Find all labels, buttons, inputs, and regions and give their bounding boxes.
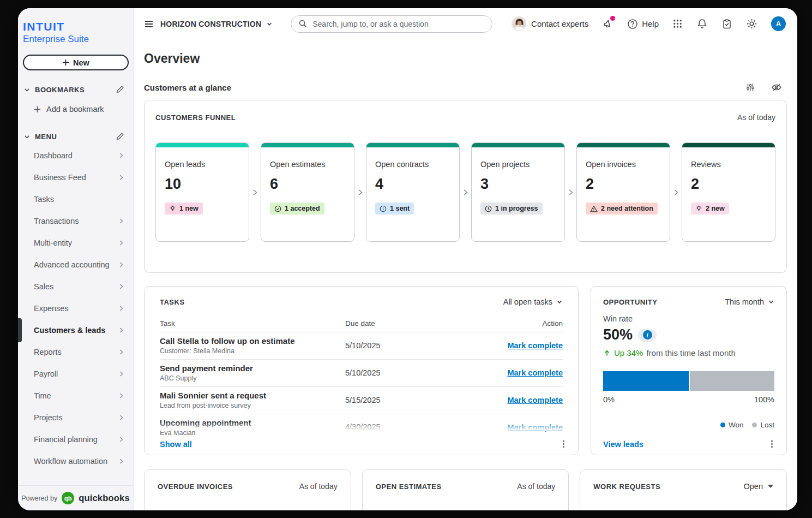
task-row[interactable]: Upcoming appointmentEva Macian 4/30/2025… (160, 414, 563, 436)
notifications-bell-icon[interactable] (696, 18, 708, 29)
mark-complete-link[interactable]: Mark complete (507, 396, 563, 404)
opportunity-filter-dropdown[interactable]: This month (725, 297, 774, 306)
tasks-card: TASKS All open tasks Task Due date Actio… (144, 286, 579, 455)
status-badge: 1 accepted (270, 203, 324, 215)
chevron-down-icon (23, 86, 31, 93)
funnel-cards: Open leads 10 1 new Open estimates 6 (155, 142, 775, 242)
contact-experts-button[interactable]: Contact experts (512, 16, 588, 31)
announcements-icon[interactable] (602, 18, 613, 29)
opportunity-card: OPPORTUNITY This month Win rate 50% i Up (591, 286, 787, 455)
sidebar: INTUIT Enterprise Suite New BOOKMARKS Ad… (18, 8, 134, 510)
funnel-card-open-projects[interactable]: Open projects 3 1 in progress (471, 142, 565, 242)
sidebar-item-tasks[interactable]: Tasks (18, 188, 133, 210)
topbar: HORIZON CONSTRUCTION Contact experts (134, 8, 797, 39)
plus-icon (62, 59, 69, 66)
sidebar-item-multi-entity[interactable]: Multi-entity (18, 232, 133, 254)
chevron-down-icon (266, 21, 273, 27)
sidebar-item-payroll[interactable]: Payroll (18, 363, 133, 385)
info-circle-icon (380, 205, 387, 212)
question-circle-icon (627, 19, 638, 29)
sidebar-item-financial-planning[interactable]: Financial planning (18, 428, 133, 450)
task-row[interactable]: Send payment reminderABC Supply 5/10/202… (160, 359, 563, 386)
user-avatar[interactable]: A (771, 16, 786, 31)
main-area: HORIZON CONSTRUCTION Contact experts (134, 8, 797, 510)
app-window: INTUIT Enterprise Suite New BOOKMARKS Ad… (18, 8, 797, 510)
sidebar-item-workflow-automation[interactable]: Workflow automation (18, 450, 133, 472)
apps-grid-icon[interactable] (672, 19, 683, 29)
notification-dot (610, 16, 615, 21)
chevron-right-icon (117, 457, 125, 465)
global-search[interactable] (291, 15, 492, 33)
tasks-title: TASKS (160, 298, 185, 306)
intuit-logo: INTUIT (23, 20, 128, 33)
sidebar-item-customers-leads[interactable]: Customers & leads (18, 319, 133, 341)
mark-complete-link[interactable]: Mark complete (507, 368, 563, 377)
hamburger-menu-icon[interactable] (143, 19, 154, 29)
chevron-down-icon (556, 299, 563, 305)
sidebar-item-transactions[interactable]: Transactions (18, 210, 133, 232)
lightbulb-icon (169, 205, 176, 212)
topbar-actions: Contact experts Help A (512, 16, 786, 31)
funnel-card-reviews[interactable]: Reviews 2 2 new (682, 142, 775, 242)
sidebar-item-reports[interactable]: Reports (18, 341, 133, 363)
edit-menu-icon[interactable] (116, 132, 124, 141)
tasks-filter-dropdown[interactable]: All open tasks (503, 297, 563, 306)
search-icon (298, 19, 308, 28)
chevron-down-icon (23, 133, 31, 140)
sidebar-item-time[interactable]: Time (18, 385, 133, 407)
lost-dot-icon (752, 422, 757, 427)
funnel-card-open-invoices[interactable]: Open invoices 2 2 need attention (576, 142, 670, 242)
chevron-down-icon (768, 299, 774, 305)
chevron-right-icon (117, 174, 125, 181)
sidebar-item-sales[interactable]: Sales (18, 276, 133, 297)
kebab-menu-icon[interactable] (767, 439, 777, 449)
status-badge: 1 sent (375, 203, 414, 215)
show-all-link[interactable]: Show all (160, 440, 192, 449)
customize-sliders-icon[interactable] (745, 82, 755, 92)
status-badge: 1 in progress (480, 203, 543, 215)
funnel-card-open-leads[interactable]: Open leads 10 1 new (155, 142, 249, 242)
mark-complete-link[interactable]: Mark complete (507, 423, 563, 432)
company-switcher[interactable]: HORIZON CONSTRUCTION (160, 20, 273, 28)
scale-max: 100% (754, 395, 774, 404)
sidebar-item-projects[interactable]: Projects (18, 407, 133, 428)
view-leads-link[interactable]: View leads (603, 440, 643, 449)
win-rate-label: Win rate (603, 314, 774, 323)
chevron-right-icon (117, 261, 125, 269)
page-content: Overview Customers at a glance CUSTOMERS… (134, 39, 797, 510)
task-row[interactable]: Mali Sonnier sent a requestLead from pos… (160, 386, 563, 414)
new-button[interactable]: New (23, 55, 129, 70)
funnel-title: CUSTOMERS FUNNEL (155, 114, 236, 122)
hide-eye-off-icon[interactable] (771, 82, 782, 93)
tasks-clipboard-icon[interactable] (721, 19, 732, 29)
menu-header[interactable]: MENU (18, 130, 133, 142)
help-button[interactable]: Help (627, 19, 659, 29)
chevron-right-icon (251, 188, 259, 197)
sidebar-item-expenses[interactable]: Expenses (18, 297, 133, 319)
mark-complete-link[interactable]: Mark complete (507, 341, 563, 350)
bookmarks-header[interactable]: BOOKMARKS (18, 84, 133, 96)
bar-legend: Won Lost (603, 421, 774, 429)
sidebar-item-business-feed[interactable]: Business Feed (18, 166, 133, 188)
settings-gear-icon[interactable] (746, 18, 757, 29)
lost-bar-segment (690, 371, 774, 391)
warning-triangle-icon (590, 205, 598, 212)
expert-avatar (512, 16, 526, 31)
won-bar-segment (603, 371, 689, 391)
work-requests-filter-dropdown[interactable]: Open (744, 482, 773, 491)
chevron-right-icon (117, 392, 125, 400)
arrow-up-icon (603, 349, 611, 357)
sidebar-item-dashboard[interactable]: Dashboard (18, 145, 133, 166)
section-header: Customers at a glance (144, 82, 787, 93)
search-input[interactable] (312, 20, 485, 28)
funnel-card-open-estimates[interactable]: Open estimates 6 1 accepted (261, 142, 354, 242)
add-bookmark-button[interactable]: Add a bookmark (18, 101, 133, 117)
caret-down-icon (768, 485, 773, 488)
sidebar-item-advanced-accounting[interactable]: Advanced accounting (18, 254, 133, 276)
info-icon[interactable]: i (638, 329, 657, 342)
edit-bookmarks-icon[interactable] (116, 85, 124, 94)
task-row[interactable]: Call Stella to follow up on estimateCust… (160, 332, 563, 359)
kebab-menu-icon[interactable] (559, 439, 568, 449)
opportunity-title: OPPORTUNITY (603, 298, 657, 306)
funnel-card-open-contracts[interactable]: Open contracts 4 1 sent (366, 142, 460, 242)
